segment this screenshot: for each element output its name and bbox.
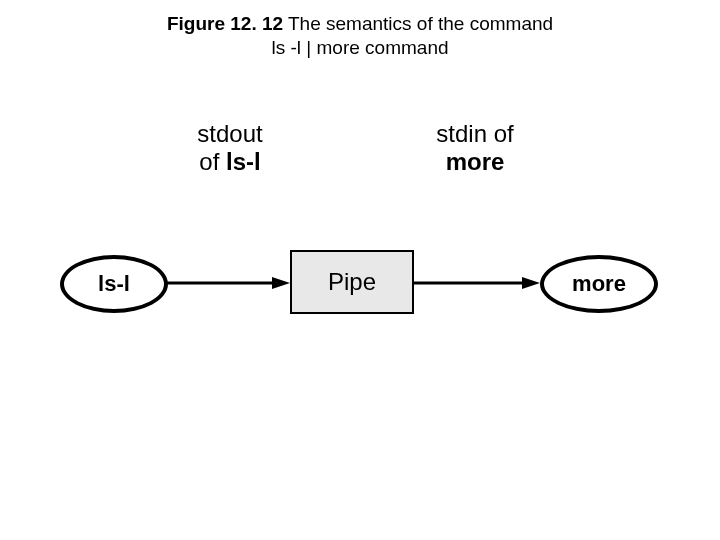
arrow-pipe-to-more bbox=[412, 275, 540, 295]
arrow-ls-to-pipe bbox=[164, 275, 290, 295]
node-pipe-rect: Pipe bbox=[290, 250, 414, 314]
figure-label: Figure 12. 12 bbox=[167, 13, 283, 34]
stdin-label-line1: stdin of bbox=[395, 120, 555, 148]
node-ls-ellipse: ls-l bbox=[60, 255, 168, 313]
node-more-ellipse: more bbox=[540, 255, 658, 313]
stdout-ls-bold: ls-l bbox=[226, 148, 261, 175]
pipe-diagram: stdout of ls-l stdin of more ls-l Pipe m… bbox=[0, 120, 720, 380]
stdin-label: stdin of more bbox=[395, 120, 555, 176]
node-pipe-text: Pipe bbox=[328, 268, 376, 296]
stdout-label-line2: of ls-l bbox=[150, 148, 310, 176]
stdout-label-line1: stdout bbox=[150, 120, 310, 148]
node-ls-text: ls-l bbox=[98, 271, 130, 297]
stdout-label: stdout of ls-l bbox=[150, 120, 310, 176]
stdin-more-bold: more bbox=[395, 148, 555, 176]
svg-marker-1 bbox=[272, 277, 290, 289]
figure-title-line1-text: The semantics of the command bbox=[288, 13, 553, 34]
figure-title-line2: ls -l | more command bbox=[271, 37, 448, 58]
node-more-text: more bbox=[572, 271, 626, 297]
svg-marker-3 bbox=[522, 277, 540, 289]
stdout-of-text: of bbox=[199, 148, 226, 175]
figure-caption: Figure 12. 12 The semantics of the comma… bbox=[0, 12, 720, 60]
